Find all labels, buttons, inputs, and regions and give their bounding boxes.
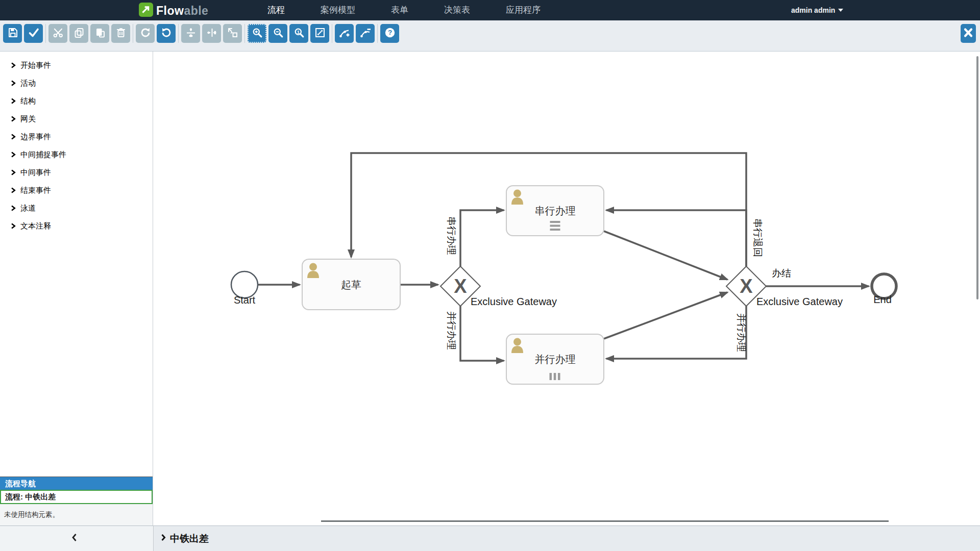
chevron-right-icon bbox=[11, 133, 16, 141]
task-parallel[interactable]: 并行办理 bbox=[506, 334, 604, 384]
sequential-multiinstance-marker bbox=[550, 225, 560, 227]
add-bendpoint-button[interactable] bbox=[335, 24, 354, 43]
toolbar-group: 1 bbox=[248, 24, 329, 43]
nav-tab-4[interactable]: 决策表 bbox=[444, 0, 470, 20]
task-serial[interactable]: 串行办理 bbox=[506, 186, 604, 236]
nav-tab-3[interactable]: 表单 bbox=[391, 0, 408, 20]
sequential-multiinstance-marker bbox=[550, 229, 560, 231]
zoom-actual-icon: 1 bbox=[293, 27, 305, 41]
validate-button[interactable] bbox=[24, 24, 43, 43]
undo-icon bbox=[160, 27, 173, 41]
redo-button bbox=[136, 24, 155, 43]
chevron-right-icon bbox=[11, 115, 16, 123]
node-label: Exclusive Gateway bbox=[756, 296, 843, 307]
palette-group-label: 中间捕捉事件 bbox=[20, 150, 66, 160]
copy-icon bbox=[73, 27, 85, 41]
close-editor-button[interactable] bbox=[961, 24, 976, 43]
flow-gw2-parallel-return[interactable]: 并行办理 bbox=[606, 306, 747, 359]
bpmn-canvas[interactable]: 串行办理并行办理串行退回办结并行办理Start起草XExclusive Gate… bbox=[153, 52, 980, 525]
palette-group-网关[interactable]: 网关 bbox=[0, 110, 153, 128]
svg-text:?: ? bbox=[387, 29, 391, 36]
user-menu[interactable]: admin admin bbox=[791, 0, 843, 20]
node-label: End bbox=[873, 294, 892, 305]
palette-group-泳道[interactable]: 泳道 bbox=[0, 199, 153, 217]
chevron-right-icon bbox=[11, 151, 16, 159]
toolbar-separator bbox=[45, 24, 46, 43]
flowable-logo-icon bbox=[139, 3, 153, 19]
help-icon: ? bbox=[384, 27, 396, 41]
palette-group-结构[interactable]: 结构 bbox=[0, 92, 153, 110]
bpmn-diagram: 串行办理并行办理串行退回办结并行办理Start起草XExclusive Gate… bbox=[153, 52, 980, 525]
zoom-actual-size-button[interactable]: 1 bbox=[289, 24, 308, 43]
help-button[interactable]: ? bbox=[380, 24, 399, 43]
svg-text:1: 1 bbox=[297, 29, 300, 34]
palette-group-label: 活动 bbox=[20, 79, 36, 88]
palette-group-边界事件[interactable]: 边界事件 bbox=[0, 128, 153, 146]
palette-group-label: 文本注释 bbox=[20, 221, 51, 231]
save-button[interactable] bbox=[3, 24, 22, 43]
palette-group-中间事件[interactable]: 中间事件 bbox=[0, 164, 153, 182]
flowable-logo[interactable]: Flowable bbox=[139, 3, 208, 19]
flow-gw2-serial-return[interactable]: 串行退回 bbox=[606, 210, 763, 266]
toolbar-separator bbox=[178, 24, 179, 43]
process-title-bar: 中铁出差 bbox=[153, 525, 980, 551]
palette-group-结束事件[interactable]: 结束事件 bbox=[0, 182, 153, 199]
zoom-in-icon bbox=[251, 27, 263, 41]
edge-label: 串行退回 bbox=[752, 218, 763, 257]
nav-tab-5[interactable]: 应用程序 bbox=[506, 0, 541, 20]
flow-gw1-serial[interactable]: 串行办理 bbox=[446, 210, 504, 266]
chevron-right-icon bbox=[11, 168, 16, 177]
chevron-right-icon bbox=[11, 79, 16, 88]
chevron-right-icon bbox=[11, 186, 16, 195]
end[interactable]: End bbox=[872, 274, 896, 305]
flow-parallel-gw2[interactable] bbox=[604, 292, 727, 339]
zoom-in-button[interactable] bbox=[248, 24, 266, 43]
task-qicao[interactable]: 起草 bbox=[302, 259, 400, 310]
scissors-icon bbox=[52, 27, 64, 41]
palette-sidebar: 开始事件活动结构网关边界事件中间捕捉事件中间事件结束事件泳道文本注释 流程导航 … bbox=[0, 52, 153, 525]
align-horizontal-button bbox=[202, 24, 221, 43]
zoom-out-icon bbox=[272, 27, 284, 41]
flow-serial-gw2[interactable] bbox=[604, 231, 727, 280]
palette-group-label: 泳道 bbox=[20, 204, 36, 213]
gateway-1[interactable]: XExclusive Gateway bbox=[440, 266, 557, 307]
undo-button[interactable] bbox=[157, 24, 176, 43]
toolbar-group bbox=[3, 24, 43, 43]
palette-group-label: 结构 bbox=[20, 96, 36, 106]
check-icon bbox=[28, 27, 40, 41]
node-label: Start bbox=[234, 294, 256, 306]
flowable-modeler-app: Flowable 流程案例模型表单决策表应用程序 admin admin 1? … bbox=[0, 0, 980, 551]
vertical-scrollbar-thumb[interactable] bbox=[976, 56, 978, 299]
remove-bendpoint-button[interactable] bbox=[356, 24, 375, 43]
flow-gw1-parallel[interactable]: 并行办理 bbox=[446, 306, 504, 361]
sequential-multiinstance-marker bbox=[550, 221, 560, 223]
toolbar-separator bbox=[332, 24, 332, 43]
chevron-right-icon bbox=[11, 204, 16, 213]
delete-button bbox=[111, 24, 130, 43]
exclusive-gateway-marker: X bbox=[454, 276, 467, 297]
zoom-fit-button[interactable] bbox=[310, 24, 329, 43]
palette-group-中间捕捉事件[interactable]: 中间捕捉事件 bbox=[0, 146, 153, 164]
toolbar-group bbox=[335, 24, 375, 43]
chevron-left-icon bbox=[71, 533, 77, 544]
palette-group-活动[interactable]: 活动 bbox=[0, 74, 153, 92]
navigator-process-item[interactable]: 流程: 中铁出差 bbox=[0, 490, 153, 504]
nav-tab-2[interactable]: 案例模型 bbox=[321, 0, 355, 20]
palette-group-开始事件[interactable]: 开始事件 bbox=[0, 57, 153, 74]
user-name-label: admin admin bbox=[791, 0, 835, 20]
align-vertical-icon bbox=[185, 27, 197, 41]
save-icon bbox=[7, 27, 19, 41]
start[interactable]: Start bbox=[231, 271, 258, 306]
palette-group-label: 网关 bbox=[20, 114, 36, 124]
toolbar-group: ? bbox=[380, 24, 399, 43]
horizontal-scrollbar-thumb[interactable] bbox=[321, 520, 889, 522]
toolbar-group bbox=[136, 24, 176, 43]
logo-wordmark: Flowable bbox=[156, 4, 208, 18]
sidebar-collapse-bar[interactable] bbox=[0, 525, 153, 551]
zoom-out-button[interactable] bbox=[268, 24, 287, 43]
chevron-right-icon[interactable] bbox=[161, 534, 166, 543]
align-vertical-button bbox=[181, 24, 200, 43]
node-label: 串行办理 bbox=[535, 205, 576, 216]
palette-group-文本注释[interactable]: 文本注释 bbox=[0, 217, 153, 235]
flow-gw2-end[interactable]: 办结 bbox=[766, 268, 869, 286]
